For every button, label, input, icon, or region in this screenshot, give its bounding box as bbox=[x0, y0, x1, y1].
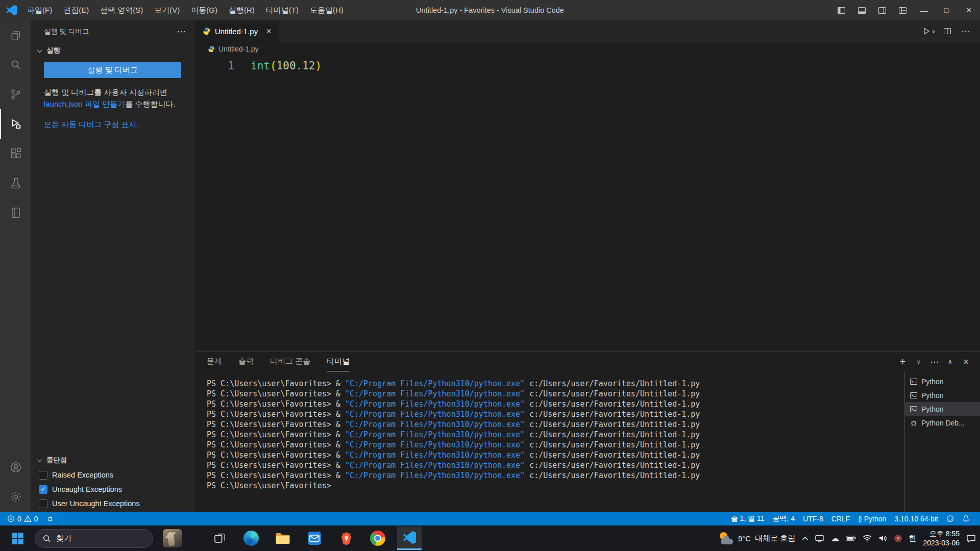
terminal-line: PS C:\Users\user\Favorites> & "C:/Progra… bbox=[207, 430, 904, 440]
terminal-session[interactable]: Python bbox=[905, 402, 980, 416]
breakpoint-checkbox[interactable] bbox=[39, 499, 47, 508]
terminal-session[interactable]: Python Deb... bbox=[905, 416, 980, 430]
launch-json-link[interactable]: launch.json 파일 만들기 bbox=[44, 99, 125, 108]
menu-item[interactable]: 실행(R) bbox=[223, 3, 260, 18]
brave-icon[interactable] bbox=[334, 527, 358, 550]
more-actions-icon[interactable]: ⋯ bbox=[177, 26, 186, 37]
editor-more-actions-icon[interactable]: ⋯ bbox=[957, 20, 975, 42]
problems-status[interactable]: 0 0 bbox=[3, 515, 42, 523]
breakpoints-title: 중단점 bbox=[46, 456, 67, 465]
cursor-position[interactable]: 줄 1, 열 11 bbox=[727, 514, 769, 523]
menu-item[interactable]: 터미널(T) bbox=[260, 3, 304, 18]
panel-tab-디버그 콘솔[interactable]: 디버그 콘솔 bbox=[270, 352, 310, 371]
panel-more-actions-icon[interactable]: ⋯ bbox=[926, 357, 942, 367]
tab-close-icon[interactable]: × bbox=[266, 27, 272, 36]
tray-app-icon[interactable]: × bbox=[894, 535, 902, 542]
panel-tab-출력[interactable]: 출력 bbox=[238, 352, 254, 371]
feedback-icon[interactable] bbox=[942, 515, 958, 522]
mail-icon[interactable] bbox=[302, 527, 327, 550]
breakpoint-item[interactable]: User Uncaught Exceptions bbox=[31, 496, 194, 511]
terminal-session[interactable]: Python bbox=[905, 374, 980, 388]
menu-item[interactable]: 도움말(H) bbox=[304, 3, 349, 18]
split-editor-icon[interactable] bbox=[938, 20, 957, 42]
task-view-icon[interactable] bbox=[207, 527, 232, 550]
menu-item[interactable]: 보기(V) bbox=[149, 3, 185, 18]
weather-widget[interactable]: 9°C 대체로 흐림 bbox=[719, 532, 795, 545]
breakpoint-checkbox[interactable] bbox=[39, 471, 47, 480]
minimize-button[interactable]: — bbox=[913, 0, 935, 20]
terminal-line: PS C:\Users\user\Favorites> & "C:/Progra… bbox=[207, 450, 904, 460]
maximize-button[interactable]: □ bbox=[935, 0, 958, 20]
breadcrumb[interactable]: Untitled-1.py bbox=[194, 42, 980, 56]
show-hidden-icons-chevron[interactable] bbox=[802, 536, 808, 541]
search-icon[interactable] bbox=[0, 50, 31, 80]
toggle-panel-icon[interactable] bbox=[851, 0, 872, 20]
terminal-icon bbox=[910, 405, 918, 413]
chrome-icon[interactable] bbox=[365, 527, 390, 550]
battery-icon[interactable] bbox=[846, 535, 856, 541]
source-control-icon[interactable] bbox=[0, 80, 31, 109]
terminal-command-path: "C:/Program Files/Python310/python.exe" bbox=[345, 471, 525, 480]
terminal-output[interactable]: PS C:\Users\user\Favorites> & "C:/Progra… bbox=[194, 371, 904, 512]
language-mode[interactable]: {} Python bbox=[854, 515, 890, 523]
system-tray: 9°C 대체로 흐림 ☁ × 한 오후 8:55 2023-03-06 bbox=[719, 529, 980, 547]
breadcrumb-item[interactable]: Untitled-1.py bbox=[218, 45, 259, 53]
customize-layout-icon[interactable] bbox=[892, 0, 913, 20]
python-file-icon bbox=[203, 27, 211, 35]
breakpoints-section-header[interactable]: 중단점 bbox=[31, 453, 194, 468]
python-interpreter[interactable]: 3.10.10 64-bit bbox=[890, 515, 942, 523]
run-and-debug-icon[interactable] bbox=[0, 109, 31, 139]
panel-tabs: 문제출력디버그 콘솔터미널 bbox=[207, 352, 366, 371]
taskbar-search[interactable]: 찾기 bbox=[35, 529, 153, 548]
explorer-icon[interactable] bbox=[0, 20, 31, 50]
testing-icon[interactable] bbox=[0, 168, 31, 198]
menu-item[interactable]: 파일(F) bbox=[21, 3, 58, 18]
tab-untitled-1[interactable]: Untitled-1.py × bbox=[194, 20, 279, 42]
display-tray-icon[interactable] bbox=[815, 535, 824, 542]
file-explorer-icon[interactable] bbox=[271, 527, 295, 550]
settings-gear-icon[interactable] bbox=[0, 482, 31, 512]
taskbar-clock[interactable]: 오후 8:55 2023-03-06 bbox=[923, 529, 960, 547]
panel-tab-터미널[interactable]: 터미널 bbox=[327, 352, 350, 371]
edge-icon[interactable] bbox=[239, 527, 263, 550]
menu-item[interactable]: 선택 영역(S) bbox=[94, 3, 149, 18]
notification-center-icon[interactable] bbox=[966, 534, 976, 543]
encoding[interactable]: UTF-8 bbox=[799, 515, 827, 523]
wifi-icon[interactable] bbox=[863, 535, 872, 542]
search-icon bbox=[42, 534, 51, 543]
menu-item[interactable]: 이동(G) bbox=[185, 3, 223, 18]
ime-indicator[interactable]: 한 bbox=[909, 534, 916, 543]
new-terminal-icon[interactable]: + bbox=[895, 356, 911, 368]
close-button[interactable]: × bbox=[958, 0, 980, 20]
panel-tab-문제[interactable]: 문제 bbox=[207, 352, 222, 371]
breakpoint-item[interactable]: Raised Exceptions bbox=[31, 468, 194, 482]
terminal-dropdown-chevron-icon[interactable]: ∨ bbox=[911, 359, 926, 365]
close-panel-icon[interactable]: × bbox=[958, 357, 974, 367]
accounts-icon[interactable] bbox=[0, 453, 31, 482]
code-area[interactable]: 1int(100.12) bbox=[194, 56, 980, 352]
eol-sequence[interactable]: CRLF bbox=[827, 515, 854, 523]
breakpoint-label: Raised Exceptions bbox=[52, 471, 113, 479]
indentation[interactable]: 공백: 4 bbox=[769, 514, 799, 523]
debug-status-icon[interactable] bbox=[42, 515, 58, 522]
run-dropdown-chevron-icon[interactable]: ∨ bbox=[932, 29, 935, 34]
volume-icon[interactable] bbox=[878, 535, 888, 542]
run-and-debug-button[interactable]: 실행 및 디버그 bbox=[44, 62, 181, 78]
terminal-session[interactable]: Python bbox=[905, 388, 980, 402]
start-button[interactable] bbox=[7, 527, 28, 550]
toggle-secondary-sidebar-icon[interactable] bbox=[872, 0, 892, 20]
toggle-sidebar-icon[interactable] bbox=[831, 0, 851, 20]
run-python-file-button[interactable]: ∨ bbox=[920, 20, 938, 42]
breakpoint-checkbox[interactable]: ✓ bbox=[39, 485, 47, 494]
breakpoint-item[interactable]: ✓Uncaught Exceptions bbox=[31, 482, 194, 496]
vscode-taskbar-icon[interactable] bbox=[397, 527, 422, 550]
show-debug-configs-link[interactable]: 모든 자동 디버그 구성 표시. bbox=[44, 120, 139, 129]
maximize-panel-icon[interactable]: ∧ bbox=[942, 358, 958, 365]
pinned-app-icon[interactable] bbox=[160, 527, 185, 550]
notifications-bell-icon[interactable] bbox=[958, 515, 974, 522]
extensions-icon[interactable] bbox=[0, 139, 31, 168]
remote-explorer-icon[interactable] bbox=[0, 198, 31, 228]
onedrive-cloud-icon[interactable]: ☁ bbox=[830, 533, 839, 543]
run-section-header[interactable]: 실행 bbox=[31, 43, 194, 58]
menu-item[interactable]: 편집(E) bbox=[58, 3, 94, 18]
